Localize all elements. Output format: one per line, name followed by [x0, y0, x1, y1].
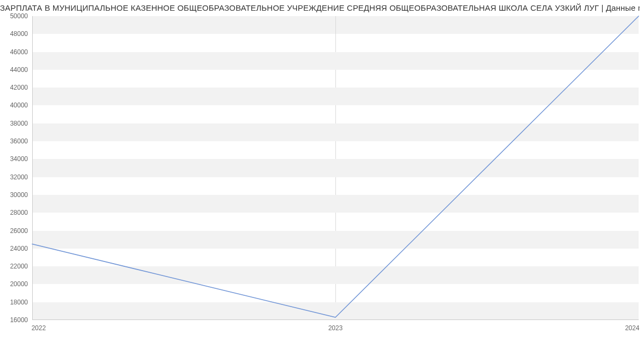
y-tick-label: 38000: [10, 120, 32, 127]
y-tick-label: 40000: [10, 101, 32, 109]
y-tick-label: 26000: [10, 227, 32, 235]
x-tick-label: 2023: [328, 320, 343, 332]
y-tick-label: 30000: [10, 191, 32, 199]
y-tick-label: 24000: [10, 245, 32, 252]
y-tick-label: 42000: [10, 84, 32, 91]
plot-area: 1600018000200002200024000260002800030000…: [32, 16, 639, 320]
y-tick-label: 50000: [10, 12, 32, 20]
y-tick-label: 22000: [10, 263, 32, 270]
y-tick-label: 18000: [10, 299, 32, 306]
y-tick-label: 36000: [10, 137, 32, 145]
y-tick-label: 34000: [10, 155, 32, 163]
y-tick-label: 20000: [10, 280, 32, 288]
y-tick-label: 48000: [10, 30, 32, 38]
y-tick-label: 32000: [10, 173, 32, 181]
data-line: [32, 16, 639, 320]
line-chart: ЗАРПЛАТА В МУНИЦИПАЛЬНОЕ КАЗЕННОЕ ОБЩЕОБ…: [0, 0, 644, 349]
y-tick-label: 28000: [10, 209, 32, 216]
y-tick-label: 16000: [10, 316, 32, 324]
y-tick-label: 46000: [10, 48, 32, 56]
chart-title: ЗАРПЛАТА В МУНИЦИПАЛЬНОЕ КАЗЕННОЕ ОБЩЕОБ…: [0, 3, 640, 12]
series-line: [32, 16, 639, 317]
x-tick-label: 2024: [625, 320, 640, 332]
x-tick-label: 2022: [32, 320, 46, 332]
y-tick-label: 44000: [10, 66, 32, 74]
